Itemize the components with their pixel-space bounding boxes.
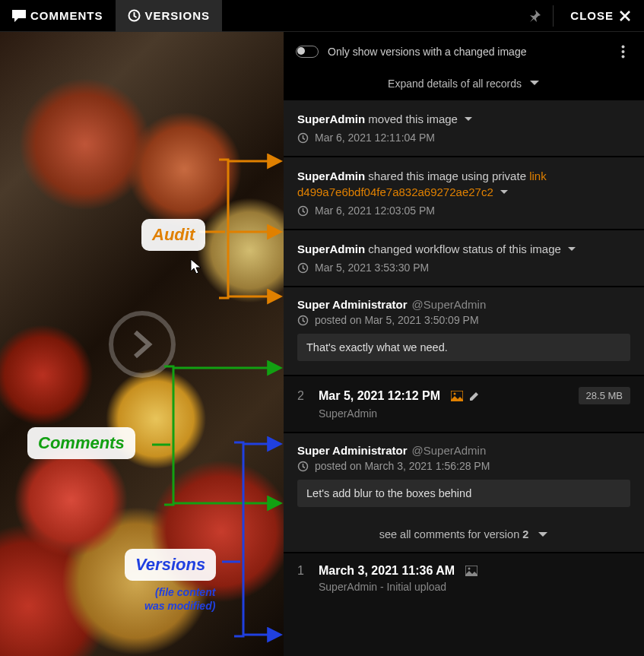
comment-body: That's exactly what we need. [297, 334, 630, 361]
comment-author: Super Administrator@SuperAdmin [297, 298, 630, 311]
clock-icon [297, 315, 309, 326]
close-button[interactable]: CLOSE [557, 0, 644, 32]
edit-icon [469, 391, 480, 401]
speech-bubble-icon [12, 10, 26, 22]
more-menu-button[interactable] [614, 43, 632, 61]
filter-row: Only show versions with a changed image [284, 32, 644, 71]
comment-author: Super Administrator@SuperAdmin [297, 444, 630, 457]
close-icon [620, 11, 630, 21]
version-author: SuperAdmin - Initial upload [319, 581, 630, 593]
audit-text: SuperAdmin moved this image [297, 111, 630, 127]
tab-versions-label: VERSIONS [145, 9, 211, 22]
versions-panel: Only show versions with a changed image … [284, 32, 644, 656]
annotation-label-audit: Audit [141, 219, 205, 251]
comment-timestamp: posted on Mar 5, 2021 3:50:09 PM [297, 314, 630, 326]
audit-record[interactable]: SuperAdmin moved this image Mar 6, 2021 … [284, 99, 644, 156]
version-date: March 3, 2021 11:36 AM [319, 564, 455, 578]
tab-versions[interactable]: VERSIONS [116, 0, 223, 32]
comment-body: Let's add blur to the boxes behind [297, 480, 630, 507]
annotation-label-comments: Comments [27, 427, 135, 459]
svg-point-22 [468, 568, 471, 570]
svg-point-12 [621, 50, 624, 53]
clock-icon [297, 205, 309, 217]
comment: Super Administrator@SuperAdmin posted on… [284, 286, 644, 375]
filter-label: Only show versions with a changed image [328, 46, 604, 58]
comment: Super Administrator@SuperAdmin posted on… [284, 432, 644, 521]
chevron-down-icon [529, 78, 540, 90]
version-date: Mar 5, 2021 12:12 PM [319, 389, 440, 403]
chevron-down-icon [567, 242, 576, 255]
history-icon [128, 9, 141, 22]
pin-button[interactable] [519, 0, 550, 32]
image-preview-panel: Audit Comments Versions (file content wa… [0, 32, 284, 656]
version-size-badge: 28.5 MB [579, 387, 630, 404]
annotation-label-versions: Versions [125, 549, 216, 581]
audit-record[interactable]: SuperAdmin shared this image using priva… [284, 156, 644, 229]
image-icon [465, 566, 477, 576]
version-number: 1 [297, 564, 308, 578]
filter-toggle[interactable] [296, 46, 319, 58]
chevron-down-icon [464, 113, 473, 125]
audit-timestamp: Mar 6, 2021 12:03:05 PM [297, 204, 630, 217]
top-bar: COMMENTS VERSIONS CLOSE [0, 0, 644, 32]
audit-text: SuperAdmin shared this image using priva… [297, 168, 630, 200]
next-version-button[interactable] [109, 311, 176, 378]
audit-record[interactable]: SuperAdmin changed workflow status of th… [284, 229, 644, 286]
version-entry[interactable]: 1 March 3, 2021 11:36 AM SuperAdmin - In… [284, 552, 644, 605]
tab-comments-label: COMMENTS [30, 9, 103, 22]
audit-text: SuperAdmin changed workflow status of th… [297, 241, 630, 257]
version-author: SuperAdmin [319, 407, 630, 420]
pin-icon [528, 10, 541, 22]
image-icon [451, 391, 463, 401]
audit-timestamp: Mar 6, 2021 12:11:04 PM [297, 132, 630, 144]
svg-point-13 [621, 55, 624, 59]
comment-timestamp: posted on March 3, 2021 1:56:28 PM [297, 460, 630, 472]
chevron-right-icon [131, 329, 154, 360]
version-entry[interactable]: 2 Mar 5, 2021 12:12 PM 28.5 MB SuperAdmi… [284, 375, 644, 432]
mouse-cursor-icon [190, 258, 204, 275]
more-vertical-icon [621, 45, 625, 59]
divider [553, 5, 554, 27]
svg-point-19 [454, 392, 456, 395]
audit-timestamp: Mar 5, 2021 3:53:30 PM [297, 261, 630, 274]
chevron-down-icon [538, 529, 548, 541]
version-number: 2 [297, 389, 308, 403]
expand-all-label: Expand details of all records [388, 78, 522, 90]
expand-all-button[interactable]: Expand details of all records [284, 71, 644, 99]
clock-icon [297, 132, 309, 144]
clock-icon [297, 461, 309, 472]
annotation-subnote: (file content was modified) [144, 585, 215, 613]
clock-icon [297, 262, 309, 274]
see-all-comments-button[interactable]: see all comments for version 2 [284, 521, 644, 552]
tab-comments[interactable]: COMMENTS [0, 0, 116, 32]
svg-point-11 [621, 46, 624, 49]
chevron-down-icon [500, 185, 509, 198]
close-label: CLOSE [570, 9, 614, 22]
